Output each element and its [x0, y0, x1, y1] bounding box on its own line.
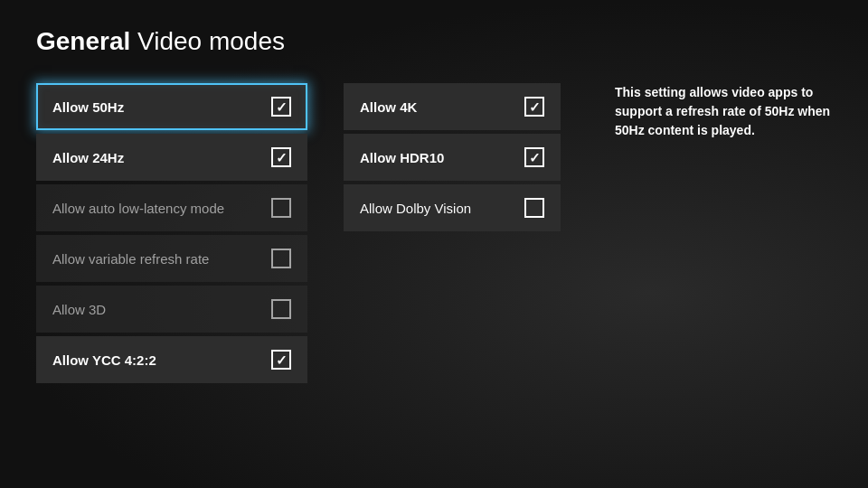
setting-row-allow-hdr10[interactable]: Allow HDR10	[344, 134, 561, 181]
page-content: General Video modes Allow 50HzAllow 24Hz…	[0, 0, 868, 410]
setting-row-allow-50hz[interactable]: Allow 50Hz	[36, 83, 307, 130]
main-layout: Allow 50HzAllow 24HzAllow auto low-laten…	[36, 83, 832, 383]
checkbox-allow-auto-low-latency[interactable]	[271, 198, 291, 218]
page-title-normal: Video modes	[130, 27, 285, 55]
checkbox-allow-3d[interactable]	[271, 299, 291, 319]
page-title: General Video modes	[36, 27, 832, 56]
checkbox-allow-ycc[interactable]	[271, 350, 291, 370]
checkbox-allow-hdr10[interactable]	[524, 147, 544, 167]
setting-row-allow-3d[interactable]: Allow 3D	[36, 286, 307, 333]
setting-label-allow-3d: Allow 3D	[52, 302, 106, 317]
setting-row-allow-dolby-vision[interactable]: Allow Dolby Vision	[344, 184, 561, 231]
info-panel: This setting allows video apps to suppor…	[597, 83, 832, 140]
setting-label-allow-4k: Allow 4K	[360, 99, 417, 115]
setting-label-allow-50hz: Allow 50Hz	[52, 99, 124, 115]
setting-label-allow-variable-refresh: Allow variable refresh rate	[52, 251, 209, 267]
setting-label-allow-dolby-vision: Allow Dolby Vision	[360, 201, 471, 216]
setting-row-allow-ycc[interactable]: Allow YCC 4:2:2	[36, 336, 307, 383]
setting-label-allow-hdr10: Allow HDR10	[360, 150, 444, 165]
page-header: General Video modes	[36, 27, 832, 56]
setting-label-allow-auto-low-latency: Allow auto low-latency mode	[52, 201, 224, 216]
checkbox-allow-24hz[interactable]	[271, 147, 291, 167]
setting-row-allow-4k[interactable]: Allow 4K	[344, 83, 561, 130]
setting-row-allow-24hz[interactable]: Allow 24Hz	[36, 134, 307, 181]
setting-row-allow-variable-refresh[interactable]: Allow variable refresh rate	[36, 235, 307, 282]
left-column: Allow 50HzAllow 24HzAllow auto low-laten…	[36, 83, 307, 383]
right-column: Allow 4KAllow HDR10Allow Dolby Vision	[344, 83, 561, 231]
checkbox-allow-50hz[interactable]	[271, 97, 291, 117]
checkbox-allow-variable-refresh[interactable]	[271, 249, 291, 268]
checkbox-allow-dolby-vision[interactable]	[524, 198, 544, 218]
page-title-bold: General	[36, 27, 130, 55]
checkbox-allow-4k[interactable]	[524, 97, 544, 117]
info-text: This setting allows video apps to suppor…	[615, 83, 832, 140]
setting-label-allow-24hz: Allow 24Hz	[52, 150, 124, 165]
setting-row-allow-auto-low-latency[interactable]: Allow auto low-latency mode	[36, 184, 307, 231]
setting-label-allow-ycc: Allow YCC 4:2:2	[52, 352, 156, 368]
